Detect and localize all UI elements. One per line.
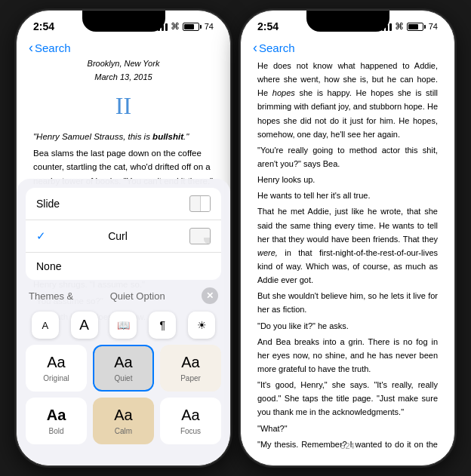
left-phone: 2:54 ⌘ 74 — [16, 10, 231, 466]
theme-original-name: Original — [43, 374, 69, 382]
read-para-1: He does not know what happened to Addie,… — [257, 59, 438, 141]
none-label: None — [36, 260, 61, 272]
theme-quiet-aa: Aa — [114, 354, 132, 371]
font-large-button[interactable]: A — [71, 312, 98, 339]
wifi-icon: ⌘ — [171, 21, 180, 32]
time-left: 2:54 — [33, 20, 54, 32]
reading-content: He does not know what happened to Addie,… — [241, 57, 454, 452]
nav-bar-right: ‹ Search — [241, 38, 454, 57]
read-para-9: "It's good, Henry," she says. "It's real… — [257, 378, 438, 419]
theme-focus-aa: Aa — [181, 407, 199, 424]
themes-label-row: Themes & Quiet Option ✕ — [17, 280, 230, 306]
overlay-panel: Slide ✓ Curl None — [17, 179, 230, 465]
transition-none[interactable]: None — [26, 253, 221, 280]
theme-paper[interactable]: Aa Paper — [160, 345, 221, 392]
nav-bar-left: ‹ Search — [17, 38, 230, 57]
read-para-6: But she wouldn't believe him, so he lets… — [257, 289, 438, 316]
read-para-2: "You're really going to method actor thi… — [257, 143, 438, 170]
large-a-label: A — [79, 317, 89, 333]
page-number: 524 — [340, 441, 354, 450]
location-text: Brooklyn, New York — [88, 59, 160, 68]
font-controls: A A 📖 ¶ ☀ — [17, 306, 230, 345]
read-para-5: That he met Addie, just like he wrote, t… — [257, 204, 438, 287]
chapter-number: II — [33, 87, 214, 125]
paragraph-icon: ¶ — [160, 319, 166, 331]
back-button-left[interactable]: ‹ Search — [29, 41, 71, 54]
transition-options: Slide ✓ Curl None — [26, 188, 221, 280]
theme-bold-aa: Aa — [47, 407, 66, 424]
book-location: Brooklyn, New York March 13, 2015 — [33, 57, 214, 84]
read-para-7: "Do you like it?" he asks. — [257, 319, 438, 333]
date-text: March 13, 2015 — [94, 72, 152, 81]
themes-grid: Aa Original Aa Quiet Aa Paper Aa Bold — [17, 345, 230, 450]
theme-quiet-name: Quiet — [115, 374, 133, 382]
book-icon: 📖 — [117, 319, 130, 331]
notch — [82, 11, 165, 32]
close-button[interactable]: ✕ — [202, 287, 218, 304]
right-phone: 2:54 ⌘ 74 — [240, 10, 455, 466]
paragraph-button[interactable]: ¶ — [149, 312, 176, 339]
slide-icon — [189, 195, 211, 212]
battery-num-right: 74 — [429, 22, 438, 31]
read-para-4: He wants to tell her it's all true. — [257, 189, 438, 202]
battery-num-left: 74 — [205, 22, 214, 31]
quiet-option-text: Quiet Option — [110, 290, 165, 302]
notch-right — [306, 11, 389, 32]
theme-paper-name: Paper — [180, 374, 201, 382]
read-para-8: And Bea breaks into a grin. There is no … — [257, 335, 438, 376]
battery-icon — [183, 23, 202, 31]
slide-label: Slide — [36, 198, 60, 210]
read-para-10: "What?" — [257, 422, 438, 435]
back-button-right[interactable]: ‹ Search — [253, 41, 295, 54]
theme-original-aa: Aa — [47, 354, 65, 371]
curl-label: Curl — [108, 230, 128, 242]
font-small-button[interactable]: A — [32, 312, 59, 339]
theme-bold[interactable]: Aa Bold — [26, 398, 87, 444]
transition-slide[interactable]: Slide — [26, 188, 221, 220]
check-icon: ✓ — [36, 229, 46, 243]
theme-calm-name: Calm — [115, 427, 132, 435]
back-label-right: Search — [259, 41, 295, 54]
theme-paper-aa: Aa — [181, 354, 199, 371]
curl-icon — [189, 228, 211, 244]
theme-calm-aa: Aa — [114, 407, 132, 424]
theme-focus[interactable]: Aa Focus — [160, 398, 221, 444]
small-a-label: A — [42, 320, 49, 331]
theme-focus-name: Focus — [180, 427, 201, 435]
transition-curl[interactable]: ✓ Curl — [26, 220, 221, 253]
back-label-left: Search — [35, 41, 71, 54]
phones-container: 2:54 ⌘ 74 — [16, 10, 455, 466]
theme-original[interactable]: Aa Original — [26, 345, 87, 392]
theme-bold-name: Bold — [48, 427, 63, 435]
theme-calm[interactable]: Aa Calm — [93, 398, 154, 444]
read-para-3: Henry looks up. — [257, 173, 438, 186]
chevron-left-icon-right: ‹ — [253, 41, 257, 54]
themes-text: Themes & — [29, 290, 73, 302]
wifi-icon-right: ⌘ — [395, 21, 404, 32]
para-1: "Henry Samuel Strauss, this is bullshit.… — [33, 130, 214, 143]
book-view-button[interactable]: 📖 — [109, 312, 137, 339]
brightness-button[interactable]: ☀ — [188, 312, 215, 339]
theme-quiet[interactable]: Aa Quiet — [93, 345, 154, 392]
time-right: 2:54 — [257, 20, 279, 32]
brightness-icon: ☀ — [197, 319, 207, 331]
battery-icon-right — [407, 23, 426, 31]
chevron-left-icon: ‹ — [29, 41, 33, 54]
